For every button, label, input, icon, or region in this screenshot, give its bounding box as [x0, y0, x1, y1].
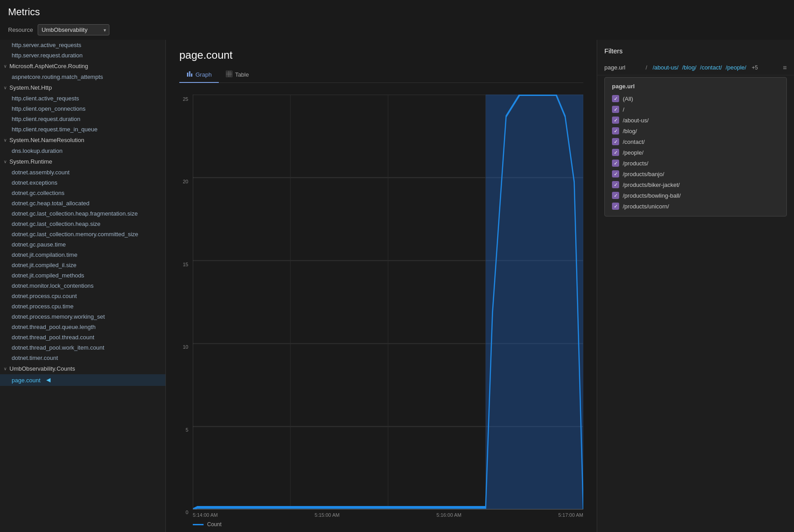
sidebar-group-nameres-label: System.Net.NameResolution [9, 137, 84, 143]
url-option-products[interactable]: /products/ [605, 158, 786, 169]
sidebar-group-runtime[interactable]: ∨ System.Runtime [0, 156, 165, 167]
filters-title: Filters [597, 47, 794, 60]
y-label-0: 0 [186, 510, 188, 515]
x-label-3: 5:16:00 AM [437, 512, 462, 518]
sidebar-item-dotnet-jit-methods[interactable]: dotnet.jit.compiled_methods [0, 270, 165, 281]
filter-value-about-us[interactable]: /about-us/ [653, 64, 679, 71]
y-label-10: 10 [183, 344, 188, 350]
url-option-all[interactable]: (All) [605, 93, 786, 104]
sidebar-item-dotnet-gc-mem[interactable]: dotnet.gc.last_collection.memory.committ… [0, 229, 165, 239]
svg-rect-1 [189, 71, 191, 77]
svg-marker-18 [486, 95, 583, 510]
sidebar-arrow-icon: ◄ [45, 376, 52, 384]
chart-y-axis: 25 20 15 10 5 0 [179, 95, 193, 528]
sidebar-group-umb[interactable]: ∨ UmbObservability.Counts [0, 363, 165, 374]
sidebar-item-http-client-active[interactable]: http.client.active_requests [0, 93, 165, 104]
sidebar-item-http-client-time[interactable]: http.client.request.time_in_queue [0, 124, 165, 134]
sidebar-item-http-server-request-duration[interactable]: http.server.request.duration [0, 50, 165, 61]
chevron-icon-http: ∨ [4, 85, 7, 90]
url-option-about-us[interactable]: /about-us/ [605, 115, 786, 125]
url-dropdown-title: page.url [605, 82, 786, 93]
sidebar-group-aspnetcore[interactable]: ∨ Microsoft.AspNetCore.Routing [0, 61, 165, 72]
url-option-products-biker-label: /products/biker-jacket/ [623, 182, 680, 188]
tab-graph-label: Graph [195, 71, 212, 78]
chart-main: 5:14:00 AM 5:15:00 AM 5:16:00 AM 5:17:00… [193, 95, 583, 528]
sidebar-item-dotnet-monitor[interactable]: dotnet.monitor.lock_contentions [0, 281, 165, 291]
url-option-blog[interactable]: /blog/ [605, 125, 786, 136]
sidebar-item-dotnet-timer[interactable]: dotnet.timer.count [0, 353, 165, 363]
table-tab-icon [226, 71, 232, 78]
url-option-about-us-label: /about-us/ [623, 117, 649, 124]
sidebar-item-dotnet-mem-working[interactable]: dotnet.process.memory.working_set [0, 311, 165, 322]
url-option-products-banjo[interactable]: /products/banjo/ [605, 169, 786, 179]
chevron-icon-nameres: ∨ [4, 138, 7, 143]
url-option-products-bowling-label: /products/bowling-ball/ [623, 192, 681, 199]
chart-svg [193, 95, 583, 510]
url-option-all-label: (All) [623, 95, 633, 102]
url-option-products-unicorn[interactable]: /products/unicorn/ [605, 201, 786, 212]
filter-value-people[interactable]: /people/ [725, 64, 746, 71]
filter-row-page-url: page.url / /about-us/ /blog/ /contact/ /… [597, 60, 794, 75]
tab-table[interactable]: Table [219, 68, 256, 83]
chart-area: 25 20 15 10 5 0 [166, 87, 597, 532]
sidebar-item-dotnet-assembly[interactable]: dotnet.assembly.count [0, 167, 165, 177]
filter-sep-1: / [646, 64, 647, 71]
sidebar: http.server.active_requests http.server.… [0, 40, 166, 532]
sidebar-group-runtime-label: System.Runtime [9, 158, 52, 165]
metric-header: page.count Graph [166, 40, 597, 87]
url-option-products-bowling[interactable]: /products/bowling-ball/ [605, 190, 786, 201]
sidebar-item-page-count[interactable]: page.count ◄ [0, 374, 165, 386]
sidebar-item-dotnet-jit-compile[interactable]: dotnet.jit.compilation.time [0, 250, 165, 260]
url-option-contact[interactable]: /contact/ [605, 136, 786, 147]
sidebar-item-dotnet-cpu-count[interactable]: dotnet.process.cpu.count [0, 291, 165, 301]
main-panel: page.count Graph [166, 40, 597, 532]
y-label-5: 5 [186, 427, 188, 433]
sidebar-item-dotnet-gc-pause[interactable]: dotnet.gc.pause.time [0, 239, 165, 250]
resource-row: Resource UmbObservability [0, 22, 794, 40]
metric-title: page.count [179, 49, 583, 61]
x-label-4: 5:17:00 AM [558, 512, 583, 518]
sidebar-item-dotnet-gc-collections[interactable]: dotnet.gc.collections [0, 188, 165, 198]
sidebar-item-routing-match-attempts[interactable]: aspnetcore.routing.match_attempts [0, 72, 165, 82]
filter-menu-icon[interactable]: ≡ [783, 64, 787, 71]
resource-select[interactable]: UmbObservability [38, 24, 109, 35]
tab-graph[interactable]: Graph [179, 68, 219, 83]
sidebar-item-dotnet-cpu-time[interactable]: dotnet.process.cpu.time [0, 301, 165, 311]
url-option-products-banjo-label: /products/banjo/ [623, 171, 664, 177]
url-option-products-biker[interactable]: /products/biker-jacket/ [605, 179, 786, 190]
sidebar-group-http-label: System.Net.Http [9, 84, 52, 91]
filter-value-blog[interactable]: /blog/ [682, 64, 696, 71]
sidebar-item-dotnet-thread-count[interactable]: dotnet.thread_pool.thread.count [0, 332, 165, 342]
svg-rect-0 [187, 73, 188, 77]
sidebar-scroll[interactable]: http.server.active_requests http.server.… [0, 40, 165, 532]
sidebar-item-dotnet-gc-heap-total[interactable]: dotnet.gc.heap.total_allocated [0, 198, 165, 208]
sidebar-item-dns-lookup[interactable]: dns.lookup.duration [0, 146, 165, 156]
url-checkbox-products-unicorn [612, 203, 619, 210]
svg-rect-3 [226, 71, 232, 77]
url-option-root[interactable]: / [605, 104, 786, 115]
filter-value-contact[interactable]: /contact/ [700, 64, 722, 71]
y-label-15: 15 [183, 262, 188, 267]
tab-table-label: Table [235, 71, 249, 78]
sidebar-group-nameres[interactable]: ∨ System.Net.NameResolution [0, 134, 165, 146]
app-container: Metrics Resource UmbObservability http.s… [0, 0, 794, 532]
url-option-root-label: / [623, 106, 625, 113]
filter-key-page-url: page.url [604, 64, 640, 71]
url-checkbox-products [612, 160, 619, 167]
sidebar-item-dotnet-gc-frag[interactable]: dotnet.gc.last_collection.heap.fragmenta… [0, 208, 165, 219]
sidebar-item-dotnet-exceptions[interactable]: dotnet.exceptions [0, 177, 165, 188]
url-checkbox-all [612, 95, 619, 102]
sidebar-group-umb-label: UmbObservability.Counts [9, 365, 75, 372]
url-option-people[interactable]: /people/ [605, 147, 786, 158]
sidebar-group-system-net-http[interactable]: ∨ System.Net.Http [0, 82, 165, 93]
sidebar-item-dotnet-jit-il[interactable]: dotnet.jit.compiled_il.size [0, 260, 165, 270]
sidebar-item-http-client-open[interactable]: http.client.open_connections [0, 104, 165, 114]
sidebar-item-http-server-active-requests[interactable]: http.server.active_requests [0, 40, 165, 50]
chart-x-axis: 5:14:00 AM 5:15:00 AM 5:16:00 AM 5:17:00… [193, 510, 583, 518]
sidebar-item-dotnet-thread-queue[interactable]: dotnet.thread_pool.queue.length [0, 322, 165, 332]
legend-color-count [193, 524, 204, 525]
sidebar-item-dotnet-work-item[interactable]: dotnet.thread_pool.work_item.count [0, 342, 165, 353]
sidebar-item-http-client-duration[interactable]: http.client.request.duration [0, 114, 165, 124]
sidebar-item-dotnet-gc-heap-size[interactable]: dotnet.gc.last_collection.heap.size [0, 219, 165, 229]
url-checkbox-products-biker [612, 181, 619, 188]
